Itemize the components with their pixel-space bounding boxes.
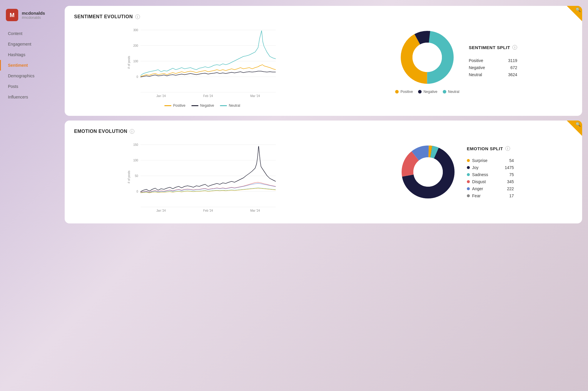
sentiment-donut-legend: Positive Negative Neutral <box>395 90 459 94</box>
svg-text:50: 50 <box>135 174 138 178</box>
sidebar-item-sentiment[interactable]: Sentiment <box>0 60 62 71</box>
sentiment-negative-row: Negative 672 <box>469 65 517 70</box>
svg-text:Feb '24: Feb '24 <box>203 94 213 98</box>
emotion-surprise-row: Surprise 54 <box>467 158 514 163</box>
sentiment-evolution-title: SENTIMENT EVOLUTION i <box>74 14 330 19</box>
app-container: M mcdonalds #mcdonalds Content Engagemen… <box>0 0 588 391</box>
svg-point-16 <box>412 43 442 72</box>
svg-point-35 <box>413 157 443 187</box>
sentiment-evolution-panel: SENTIMENT EVOLUTION i 300 200 100 <box>74 14 330 108</box>
sentiment-donut-col: Positive Negative Neutral <box>395 28 459 94</box>
sentiment-split-title: SENTIMENT SPLIT i <box>469 45 517 50</box>
svg-text:Jan '24: Jan '24 <box>156 209 166 212</box>
svg-text:0: 0 <box>136 190 138 193</box>
svg-text:# of posts: # of posts <box>127 171 131 183</box>
svg-text:Jan '24: Jan '24 <box>156 94 166 98</box>
sidebar-item-engagement[interactable]: Engagement <box>0 39 62 49</box>
brand-text: mcdonalds #mcdonalds <box>22 11 45 20</box>
sentiment-evolution-chart: 300 200 100 0 # of posts Jan '24 Feb '24… <box>74 24 330 101</box>
sentiment-positive-row: Positive 3119 <box>469 58 517 63</box>
sidebar-item-posts[interactable]: Posts <box>0 81 62 92</box>
brand-handle: #mcdonalds <box>22 16 45 20</box>
emotion-evolution-info[interactable]: i <box>130 129 134 134</box>
emotion-split-info[interactable]: i <box>505 146 510 151</box>
sidebar-item-influencers[interactable]: Influencers <box>0 92 62 102</box>
svg-text:# of posts: # of posts <box>127 56 131 68</box>
legend-neutral: Neutral <box>220 103 240 108</box>
emotion-disgust-row: Disgust 345 <box>467 179 514 184</box>
sentiment-evolution-info[interactable]: i <box>135 14 140 19</box>
svg-text:0: 0 <box>136 75 138 78</box>
emotion-sadness-row: Sadness 75 <box>467 172 514 177</box>
sidebar-item-hashtags[interactable]: Hashtags <box>0 49 62 60</box>
emotion-donut-col <box>399 143 457 201</box>
sidebar-nav: Content Engagement Hashtags Sentiment De… <box>0 28 62 102</box>
svg-text:200: 200 <box>133 44 138 47</box>
emotion-evolution-chart: 150 100 50 0 # of posts Jan '24 Feb '24 … <box>74 139 330 215</box>
svg-text:300: 300 <box>133 29 138 32</box>
brand-header: M mcdonalds #mcdonalds <box>0 6 62 28</box>
donut-legend-positive: Positive <box>395 90 413 94</box>
emotion-donut-svg <box>399 143 457 201</box>
svg-text:Mar '24: Mar '24 <box>250 209 260 212</box>
brand-icon: M <box>6 9 18 21</box>
search-icon-2: 🔍 <box>576 7 581 12</box>
search-icon-4: 🔍 <box>576 122 581 127</box>
emotion-evolution-panel: EMOTION EVOLUTION i 150 100 50 <box>74 129 330 215</box>
sentiment-split-legend-right: SENTIMENT SPLIT i Positive 3119 Negative… <box>469 45 517 77</box>
sentiment-evolution-legend: Positive Negative Neutral <box>74 103 330 108</box>
sentiment-neutral-row: Neutral 3624 <box>469 72 517 77</box>
brand-name: mcdonalds <box>22 11 45 16</box>
emotion-row: 🔍 EMOTION EVOLUTION i <box>65 121 582 223</box>
emotion-split-panel: 🔍 <box>340 129 573 215</box>
sentiment-row: 🔍 SENTIMENT EVOLUTION i <box>65 6 582 116</box>
donut-legend-negative: Negative <box>418 90 437 94</box>
svg-text:100: 100 <box>133 159 138 162</box>
svg-text:Feb '24: Feb '24 <box>203 209 213 212</box>
emotion-anger-row: Anger 222 <box>467 186 514 191</box>
svg-text:150: 150 <box>133 143 138 146</box>
sidebar-item-content[interactable]: Content <box>0 28 62 39</box>
emotion-evolution-title: EMOTION EVOLUTION i <box>74 129 330 134</box>
main-content: 🔍 SENTIMENT EVOLUTION i <box>62 0 588 391</box>
emotion-fear-row: Fear 17 <box>467 193 514 198</box>
emotion-split-legend-right: EMOTION SPLIT i Surprise 54 Joy <box>467 146 514 198</box>
legend-positive: Positive <box>164 103 186 108</box>
legend-negative: Negative <box>191 103 214 108</box>
sentiment-split-info[interactable]: i <box>512 45 517 50</box>
emotion-split-title: EMOTION SPLIT i <box>467 146 514 151</box>
svg-text:100: 100 <box>133 60 138 63</box>
sidebar: M mcdonalds #mcdonalds Content Engagemen… <box>0 0 62 391</box>
sentiment-split-panel: 🔍 <box>340 14 573 108</box>
sidebar-item-demographics[interactable]: Demographics <box>0 71 62 81</box>
donut-legend-neutral: Neutral <box>443 90 460 94</box>
sentiment-donut-svg <box>398 28 457 87</box>
emotion-joy-row: Joy 1475 <box>467 165 514 170</box>
svg-text:Mar '24: Mar '24 <box>250 94 260 98</box>
